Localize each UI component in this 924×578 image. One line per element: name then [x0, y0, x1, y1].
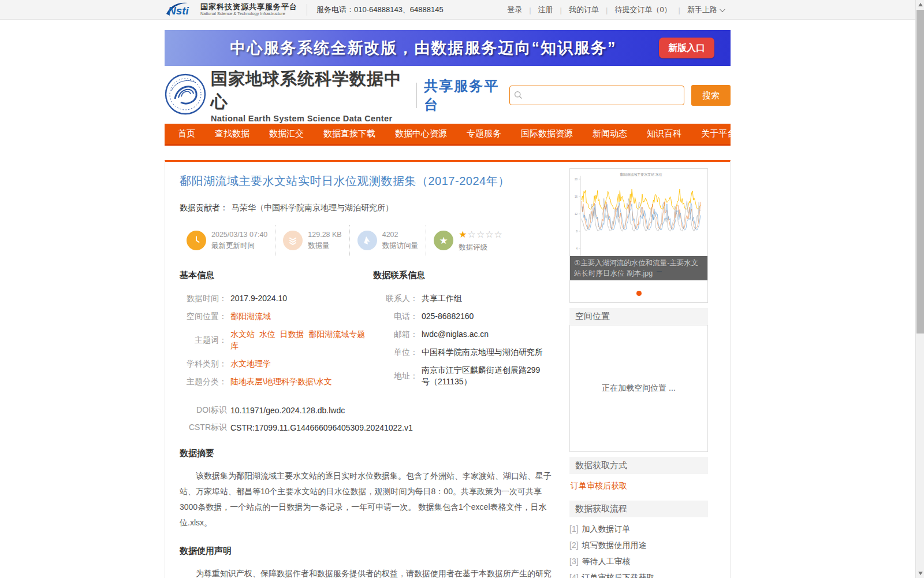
- nav-item-about[interactable]: 关于平台: [691, 128, 746, 139]
- site-title-cn: 国家地球系统科学数据中心: [211, 68, 408, 114]
- update-time-value: 2025/03/13 07:40: [211, 229, 267, 240]
- basic-info-heading: 基本信息: [180, 270, 373, 281]
- my-orders-link[interactable]: 我的订单: [562, 5, 606, 15]
- nav-item-home[interactable]: 首页: [168, 128, 205, 139]
- carousel-dot[interactable]: [636, 291, 642, 296]
- doi-row: DOI标识 10.11971/geo.2024.128.db.lwdc: [180, 405, 543, 416]
- data-center-logo: [165, 73, 206, 117]
- nav-item-center-resources[interactable]: 数据中心资源: [385, 128, 457, 139]
- info-row-keywords: 主题词： 水文站 水位 日数据 鄱阳湖流域专题库: [180, 328, 373, 351]
- scrollbar-thumb[interactable]: [916, 10, 924, 334]
- contact-info-heading: 数据联系信息: [373, 270, 425, 281]
- abstract-heading: 数据摘要: [180, 448, 543, 459]
- scroll-down-button[interactable]: [916, 569, 924, 578]
- chevron-down-icon: [720, 6, 725, 12]
- svg-text:鄱阳湖流域主要水文站 水位: 鄱阳湖流域主要水文站 水位: [620, 172, 662, 177]
- contact-row-phone: 电话： 025-86882160: [373, 310, 543, 322]
- spatial-location-link[interactable]: 鄱阳湖流域: [230, 310, 271, 322]
- main-nav: 首页 查找数据 数据汇交 数据直接下载 数据中心资源 专题服务 国际数据资源 新…: [165, 124, 731, 146]
- divider: [416, 83, 417, 108]
- star-icon: ★: [434, 231, 453, 250]
- access-process-steps: [1]加入数据订单 [2]填写数据使用用途 [3]等待人工审核 [4]订单审核后…: [569, 517, 708, 578]
- cstr-value: CSTR:17099.11.G144666096405309.20241022.…: [230, 423, 413, 432]
- clock-icon: [187, 231, 206, 250]
- layers-icon: [283, 231, 303, 250]
- platform-name: 共享服务平台: [424, 77, 509, 114]
- contributor-label: 数据贡献者：: [180, 203, 228, 212]
- nav-item-find-data[interactable]: 查找数据: [205, 128, 259, 139]
- nsti-logo-icon: Nsti: [165, 0, 195, 20]
- category-link[interactable]: 陆地表层\地理科学数据\水文: [230, 376, 332, 387]
- nsti-brand-cn: 国家科技资源共享服务平台: [200, 3, 297, 11]
- rating-stars[interactable]: ★☆☆☆☆: [459, 228, 503, 242]
- process-step-1: [1]加入数据订单: [569, 521, 708, 537]
- dataset-preview-image[interactable]: 201612840鄱阳湖流域主要水文站 水位 ①主要入湖河流的水位和流量-主要水…: [570, 169, 707, 286]
- info-row-spatial: 空间位置： 鄱阳湖流域: [180, 310, 373, 322]
- nav-item-news[interactable]: 新闻动态: [583, 128, 637, 139]
- contact-row-address: 地址： 南京市江宁区麒麟街道创展路299号（211135）: [373, 364, 543, 387]
- top-utility-bar: Nsti 国家科技资源共享服务平台 National Science & Tec…: [0, 0, 924, 20]
- stat-update-time: 2025/03/13 07:40 最新更新时间: [180, 225, 275, 256]
- svg-text:16: 16: [575, 195, 578, 198]
- access-method-heading: 数据获取方式: [569, 457, 708, 474]
- svg-text:Nsti: Nsti: [168, 5, 189, 17]
- search-button[interactable]: 搜索: [691, 85, 731, 106]
- dataset-stats: 2025/03/13 07:40 最新更新时间 129.28 KB: [180, 225, 543, 256]
- nsti-brand-en: National Science & Technology Infrastruc…: [200, 12, 290, 16]
- scroll-up-button[interactable]: [916, 0, 924, 9]
- content-panel: 鄱阳湖流域主要水文站实时日水位观测数据集（2017-2024年） 数据贡献者：马…: [165, 160, 731, 578]
- process-step-3: [3]等待人工审核: [569, 553, 708, 569]
- contact-row-person: 联系人： 共享工作组: [373, 292, 543, 304]
- svg-text:20: 20: [575, 178, 578, 181]
- contact-info-list: 联系人： 共享工作组 电话： 025-86882160 邮箱： lwdc@nig…: [373, 292, 543, 394]
- process-step-2: [2]填写数据使用用途: [569, 537, 708, 553]
- vertical-scrollbar: [915, 0, 924, 578]
- nav-item-special-services[interactable]: 专题服务: [457, 128, 511, 139]
- nav-item-wiki[interactable]: 知识百科: [637, 128, 691, 139]
- data-size-value: 129.28 KB: [308, 229, 341, 240]
- update-time-label: 最新更新时间: [211, 240, 267, 251]
- nav-item-direct-download[interactable]: 数据直接下载: [314, 128, 385, 139]
- visits-label: 数据访问量: [382, 240, 419, 251]
- stat-rating: ★ ★☆☆☆☆ 数据评级: [426, 225, 511, 256]
- cursor-icon: [357, 231, 377, 250]
- order-review-link[interactable]: 订单审核后获取: [569, 474, 708, 499]
- contact-row-org: 单位： 中国科学院南京地理与湖泊研究所: [373, 346, 543, 358]
- data-size-label: 数据量: [308, 240, 341, 251]
- info-row-discipline: 学科类别： 水文地理学: [180, 358, 373, 369]
- search-input[interactable]: [509, 86, 684, 105]
- abstract-text: 该数据集为鄱阳湖流域主要水文站的逐日实时水位数据集。包含了外洲站、李家渡站、湖口…: [180, 468, 554, 531]
- contributor-name: 马荣华（中国科学院南京地理与湖泊研究所）: [232, 203, 393, 212]
- basic-info-list: 数据时间： 2017.9-2024.10 空间位置： 鄱阳湖流域 主题词： 水文…: [180, 292, 373, 394]
- search-icon: [514, 91, 523, 102]
- usage-heading: 数据使用声明: [180, 546, 543, 557]
- beginner-guide-menu[interactable]: 新手上路: [680, 5, 731, 15]
- usage-text: 为尊重知识产权、保障数据作者和数据服务提供者的权益，请数据使用者在基于本数据所产…: [180, 566, 554, 578]
- contact-row-email: 邮箱： lwdc@niglas.ac.cn: [373, 328, 543, 340]
- process-step-4: [4]订单审核后下载获取: [569, 569, 708, 578]
- info-row-category: 主题分类： 陆地表层\地理科学数据\水文: [180, 376, 373, 387]
- new-version-entry-button[interactable]: 新版入口: [659, 38, 714, 58]
- rating-label: 数据评级: [459, 242, 503, 253]
- service-phone: 服务电话：010-64888143、64888145: [316, 5, 444, 15]
- site-title-en: National Earth System Science Data Cente…: [211, 114, 408, 123]
- map-loading-text: 正在加载空间位置 ...: [602, 383, 676, 394]
- nav-item-international-resources[interactable]: 国际数据资源: [511, 128, 583, 139]
- spatial-map-box: 正在加载空间位置 ...: [569, 325, 708, 452]
- access-process-heading: 数据获取流程: [569, 501, 708, 517]
- dataset-image-card: 201612840鄱阳湖流域主要水文站 水位 ①主要入湖河流的水位和流量-主要水…: [569, 168, 708, 303]
- keywords-links[interactable]: 水文站 水位 日数据 鄱阳湖流域专题库: [230, 328, 369, 351]
- discipline-link[interactable]: 水文地理学: [230, 358, 271, 369]
- register-link[interactable]: 注册: [531, 5, 560, 15]
- visits-value: 4202: [382, 229, 419, 240]
- divider: [307, 4, 307, 16]
- contributor-row: 数据贡献者：马荣华（中国科学院南京地理与湖泊研究所）: [180, 203, 543, 213]
- promo-banner-text: 中心服务系统全新改版，由数据服务迈向“知识服务”: [165, 38, 659, 58]
- login-link[interactable]: 登录: [500, 5, 529, 15]
- cstr-row: CSTR标识 CSTR:17099.11.G144666096405309.20…: [180, 423, 543, 433]
- dataset-title: 鄱阳湖流域主要水文站实时日水位观测数据集（2017-2024年）: [180, 173, 543, 189]
- info-row-data-time: 数据时间： 2017.9-2024.10: [180, 292, 373, 304]
- site-header: 国家地球系统科学数据中心 National Earth System Scien…: [165, 66, 731, 124]
- nav-item-data-submission[interactable]: 数据汇交: [259, 128, 314, 139]
- pending-orders-link[interactable]: 待提交订单（0）: [608, 5, 678, 15]
